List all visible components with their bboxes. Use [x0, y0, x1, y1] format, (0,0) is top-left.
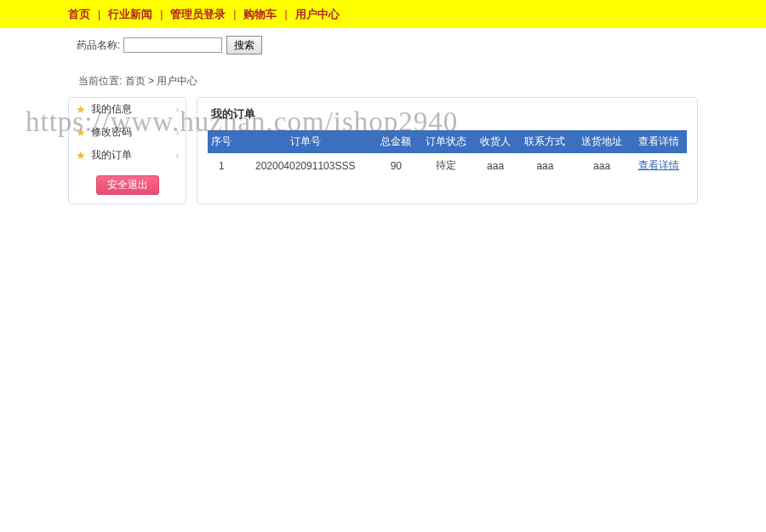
main-content: ★ 我的信息 › ★ 修改密码 › ★ 我的订单 › 安全退出 我的订单 序号 … [0, 97, 766, 204]
cell-amount: 90 [374, 153, 417, 178]
th-status: 订单状态 [417, 130, 474, 153]
search-label: 药品名称: [77, 38, 120, 53]
detail-link[interactable]: 查看详情 [638, 159, 679, 171]
orders-table: 序号 订单号 总金额 订单状态 收货人 联系方式 送货地址 查看详情 1 202… [208, 130, 688, 178]
cell-seq: 1 [208, 153, 236, 178]
search-input[interactable] [123, 37, 222, 53]
nav-divider: | [233, 9, 236, 20]
th-receiver: 收货人 [474, 130, 517, 153]
table-row: 1 20200402091103SSS 90 待定 aaa aaa aaa 查看… [208, 153, 688, 178]
search-bar: 药品名称: 搜索 [0, 28, 766, 61]
th-phone: 联系方式 [517, 130, 574, 153]
nav-divider: | [98, 9, 100, 20]
orders-panel: 我的订单 序号 订单号 总金额 订单状态 收货人 联系方式 送货地址 查看详情 … [197, 97, 698, 204]
logout-wrap: 安全退出 [69, 175, 186, 195]
th-orderno: 订单号 [236, 130, 374, 153]
cell-status: 待定 [417, 153, 474, 178]
cell-receiver: aaa [474, 153, 517, 178]
th-amount: 总金额 [374, 130, 417, 153]
star-icon: ★ [76, 103, 86, 116]
chevron-right-icon: › [176, 105, 179, 114]
nav-user-center[interactable]: 用户中心 [295, 7, 340, 22]
logout-button[interactable]: 安全退出 [96, 175, 159, 195]
th-detail: 查看详情 [630, 130, 687, 153]
sidebar: ★ 我的信息 › ★ 修改密码 › ★ 我的订单 › 安全退出 [68, 97, 186, 204]
top-nav: 首页 | 行业新闻 | 管理员登录 | 购物车 | 用户中心 [0, 0, 766, 28]
table-header-row: 序号 订单号 总金额 订单状态 收货人 联系方式 送货地址 查看详情 [208, 130, 688, 153]
th-seq: 序号 [208, 130, 236, 153]
breadcrumb-sep: > [146, 75, 157, 87]
breadcrumb-home[interactable]: 首页 [125, 75, 146, 87]
cell-phone: aaa [517, 153, 574, 178]
nav-news[interactable]: 行业新闻 [108, 7, 152, 22]
sidebar-item-password[interactable]: ★ 修改密码 › [69, 121, 186, 144]
nav-divider: | [160, 9, 163, 20]
star-icon: ★ [76, 126, 86, 139]
cell-detail: 查看详情 [630, 153, 687, 178]
search-button[interactable]: 搜索 [226, 36, 262, 54]
sidebar-item-orders[interactable]: ★ 我的订单 › [69, 144, 186, 167]
breadcrumb-current: 用户中心 [157, 75, 197, 87]
panel-title: 我的订单 [197, 98, 697, 130]
star-icon: ★ [76, 149, 86, 162]
chevron-right-icon: › [176, 128, 179, 137]
chevron-right-icon: › [176, 151, 179, 160]
th-address: 送货地址 [574, 130, 631, 153]
sidebar-item-label: 我的信息 [91, 102, 132, 117]
sidebar-item-label: 我的订单 [91, 148, 132, 163]
cell-orderno: 20200402091103SSS [236, 153, 374, 178]
sidebar-item-myinfo[interactable]: ★ 我的信息 › [69, 98, 186, 121]
nav-home[interactable]: 首页 [68, 7, 90, 22]
breadcrumb-prefix: 当前位置: [78, 75, 122, 87]
breadcrumb: 当前位置: 首页 > 用户中心 [0, 61, 766, 97]
nav-cart[interactable]: 购物车 [243, 7, 277, 22]
cell-address: aaa [574, 153, 631, 178]
nav-admin-login[interactable]: 管理员登录 [170, 7, 226, 22]
nav-divider: | [284, 9, 287, 20]
sidebar-item-label: 修改密码 [91, 125, 132, 140]
